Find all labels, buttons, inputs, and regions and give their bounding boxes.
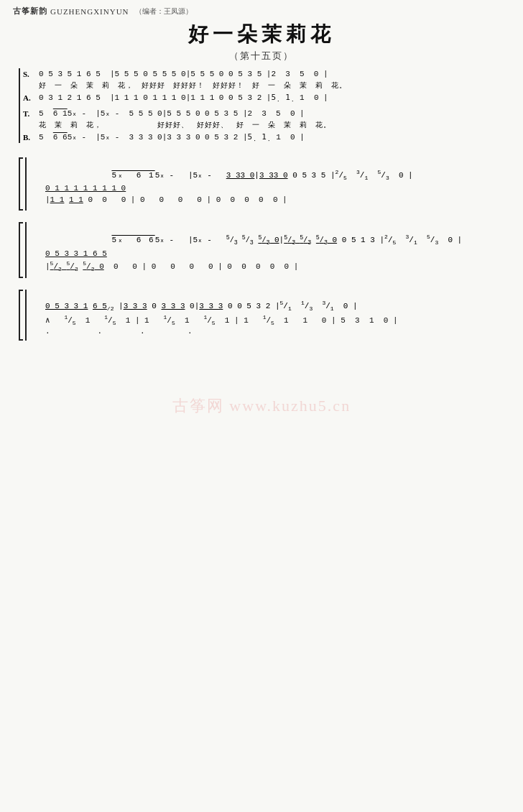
staff-b: 5 6 65ₓ - |5ₓ - 3 3 3 0|3 3 3 0 0 5 3 2 … — [39, 132, 504, 144]
row-s: S. 0 5 3 5 1 6 5 |5 5 5 0 5 5 5 0|5 5 5 … — [23, 68, 504, 91]
page: 古筝新韵 GUZHENGXINYUN （编者：王凤源） 好一朵茉莉花 （第十五页… — [0, 0, 523, 812]
section4-content: 0 5 3 3 1 6 5/2 |3 3 3 0 3 3 3 0|3 3 3 0… — [25, 290, 504, 341]
row-t: T. 5 6 15ₓ - |5ₓ - 5 5 5 0|5 5 5 0 0 5 3… — [23, 108, 504, 130]
label-s: S. — [23, 68, 39, 78]
editor-label: （编者：王凤源） — [135, 6, 193, 17]
section3-staff1: 5ₓ 6 65ₓ - |5ₓ - 5/3 5/3 5/3 0|5/3 5/3 5… — [45, 222, 504, 246]
staff-a: 0 3 1 2 1 6 5 |1 1 1 0 1 1 1 0|1 1 1 0 0… — [39, 92, 504, 104]
row-b: B. 5 6 65ₓ - |5ₓ - 3 3 3 0|3 3 3 0 0 5 3… — [23, 132, 504, 144]
section4-row2: ∧ 1/5 1 1/5 1 | 1 1/5 1 1/5 1 | 1 1/5 1 … — [29, 313, 504, 338]
main-title: 好一朵茉莉花 — [13, 21, 510, 48]
bracket-left-2 — [19, 222, 23, 278]
section2-row2: 0 1 1 1 1 1 1 1 0 |1 1 1 1 0 0 0 | 0 0 0… — [29, 183, 504, 206]
label-a: A. — [23, 92, 39, 102]
staff-t: 5 6 15ₓ - |5ₓ - 5 5 5 0|5 5 5 0 0 5 3 5 … — [39, 108, 504, 130]
section3-row2: 0 5 3 3 1 6 5 |5/3 5/3 5/3 0 0 0 | 0 0 0… — [29, 248, 504, 274]
label-t: T. — [23, 108, 39, 118]
section4-row1: 0 5 3 3 1 6 5/2 |3 3 3 0 3 3 3 0|3 3 3 0… — [29, 290, 504, 312]
site-name: 古筝新韵 — [13, 6, 47, 17]
bracket-left — [19, 157, 23, 211]
section4-staff2: ∧ 1/5 1 1/5 1 | 1 1/5 1 1/5 1 | 1 1/5 1 … — [45, 313, 504, 338]
watermark: 古筝网 www.kuzhu5.cn — [172, 395, 351, 417]
section3: 5ₓ 6 65ₓ - |5ₓ - 5/3 5/3 5/3 0|5/3 5/3 5… — [19, 222, 504, 278]
section2-staff2: 0 1 1 1 1 1 1 1 0 |1 1 1 1 0 0 0 | 0 0 0… — [45, 183, 504, 206]
subtitle: （第十五页） — [13, 50, 510, 63]
title-block: 好一朵茉莉花 （第十五页） — [13, 21, 510, 63]
full-score: S. 0 5 3 5 1 6 5 |5 5 5 0 5 5 5 0|5 5 5 … — [13, 68, 510, 341]
section4-staff1: 0 5 3 3 1 6 5/2 |3 3 3 0 3 3 3 0|3 3 3 0… — [45, 290, 504, 312]
section4: 0 5 3 3 1 6 5/2 |3 3 3 0 3 3 3 0|3 3 3 0… — [19, 290, 504, 341]
section2-staff1: 5ₓ 6 15ₓ - |5ₓ - 3 33 0|3 33 0 0 5 3 5 |… — [45, 157, 504, 181]
section3-row1: 5ₓ 6 65ₓ - |5ₓ - 5/3 5/3 5/3 0|5/3 5/3 5… — [29, 222, 504, 246]
section3-content: 5ₓ 6 65ₓ - |5ₓ - 5/3 5/3 5/3 0|5/3 5/3 5… — [25, 222, 504, 278]
site-name-en: GUZHENGXINYUN — [50, 7, 129, 16]
row-a: A. 0 3 1 2 1 6 5 |1 1 1 0 1 1 1 0|1 1 1 … — [23, 92, 504, 104]
section2-row1: 5ₓ 6 15ₓ - |5ₓ - 3 33 0|3 33 0 0 5 3 5 |… — [29, 157, 504, 181]
header-bar: 古筝新韵 GUZHENGXINYUN （编者：王凤源） — [13, 6, 510, 18]
staff-s: 0 5 3 5 1 6 5 |5 5 5 0 5 5 5 0|5 5 5 0 0… — [39, 68, 504, 91]
section2: 5ₓ 6 15ₓ - |5ₓ - 3 33 0|3 33 0 0 5 3 5 |… — [19, 157, 504, 211]
bracket-left-3 — [19, 290, 23, 341]
section3-staff2: 0 5 3 3 1 6 5 |5/3 5/3 5/3 0 0 0 | 0 0 0… — [45, 248, 504, 274]
section2-content: 5ₓ 6 15ₓ - |5ₓ - 3 33 0|3 33 0 0 5 3 5 |… — [25, 157, 504, 211]
label-b: B. — [23, 132, 39, 142]
